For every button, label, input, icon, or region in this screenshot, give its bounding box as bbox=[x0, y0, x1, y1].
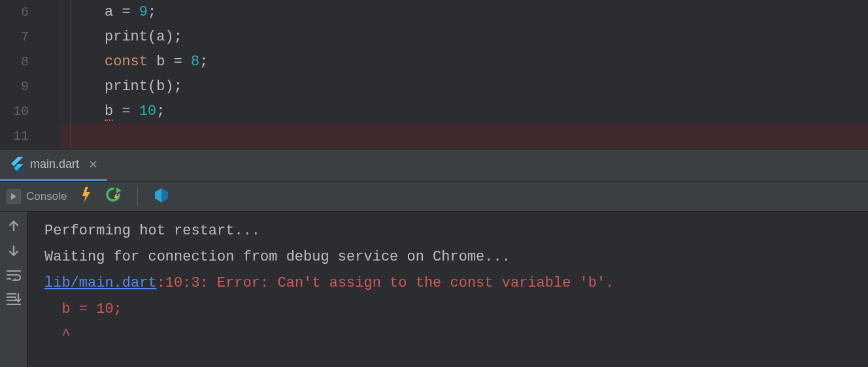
soft-wrap-button[interactable] bbox=[7, 269, 21, 281]
console-line: ^ bbox=[44, 323, 868, 349]
devtools-button[interactable] bbox=[154, 187, 169, 206]
console-line: Waiting for connection from debug servic… bbox=[44, 244, 868, 270]
hot-restart-button[interactable] bbox=[105, 186, 122, 206]
console-pane: Performing hot restart...Waiting for con… bbox=[0, 212, 868, 367]
code-line[interactable]: print(a); bbox=[61, 25, 868, 50]
line-number[interactable]: 8 bbox=[0, 50, 41, 74]
run-tab-main-dart[interactable]: main.dart ✕ bbox=[0, 150, 107, 181]
console-line: b = 10; bbox=[44, 296, 868, 323]
line-number[interactable]: 6 bbox=[0, 0, 41, 25]
scroll-to-end-button[interactable] bbox=[7, 293, 21, 306]
hot-reload-button[interactable] bbox=[78, 186, 93, 206]
code-line[interactable]: a = 9; bbox=[61, 0, 868, 25]
console-file-link[interactable]: lib/main.dart bbox=[44, 275, 157, 291]
console-line: Performing hot restart... bbox=[44, 218, 868, 244]
toolbar-divider bbox=[137, 187, 138, 206]
run-tab-bar: main.dart ✕ bbox=[0, 149, 868, 182]
flutter-icon bbox=[10, 157, 24, 172]
console-label: Console bbox=[26, 190, 67, 203]
svg-marker-4 bbox=[11, 193, 16, 200]
console-toggle[interactable]: Console bbox=[7, 189, 67, 204]
gutter-strip bbox=[41, 0, 61, 149]
console-line: lib/main.dart:10:3: Error: Can't assign … bbox=[44, 270, 868, 296]
svg-marker-6 bbox=[116, 187, 122, 193]
console-side-toolbar bbox=[0, 212, 27, 367]
line-number-gutter: 67891011 bbox=[0, 0, 41, 149]
code-line[interactable] bbox=[61, 124, 868, 149]
console-toolbar: Console bbox=[0, 182, 868, 212]
close-icon[interactable]: ✕ bbox=[88, 157, 98, 172]
line-number[interactable]: 11 bbox=[0, 124, 41, 149]
console-output[interactable]: Performing hot restart...Waiting for con… bbox=[27, 212, 868, 367]
console-toggle-icon bbox=[7, 189, 21, 204]
code-line[interactable]: print(b); bbox=[61, 74, 868, 99]
scroll-up-button[interactable] bbox=[7, 219, 20, 232]
line-number[interactable]: 7 bbox=[0, 25, 41, 50]
code-content[interactable]: a = 9;print(a);const b = 8;print(b);b = … bbox=[61, 0, 868, 149]
code-line[interactable]: b = 10; bbox=[61, 99, 868, 124]
line-number[interactable]: 10 bbox=[0, 99, 41, 124]
scroll-down-button[interactable] bbox=[7, 244, 20, 257]
code-line[interactable]: const b = 8; bbox=[61, 50, 868, 74]
code-editor[interactable]: 67891011 a = 9;print(a);const b = 8;prin… bbox=[0, 0, 868, 149]
tab-filename: main.dart bbox=[30, 157, 79, 171]
line-number[interactable]: 9 bbox=[0, 74, 41, 99]
svg-marker-5 bbox=[82, 187, 90, 202]
